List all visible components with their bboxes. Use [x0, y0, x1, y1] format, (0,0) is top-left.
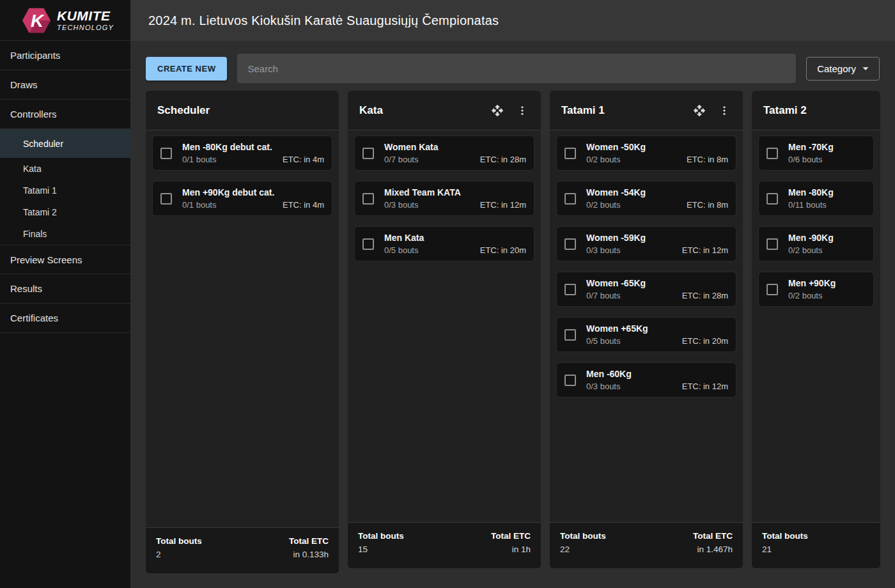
category-card-mixed-team-kata[interactable]: Mixed Team KATA 0/3 bouts ETC: in 12m [354, 181, 534, 216]
sidebar-item-label: Tatami 2 [23, 207, 57, 217]
sidebar-item-draws[interactable]: Draws [0, 70, 130, 100]
category-card-women-65kg[interactable]: Women -65Kg 0/7 bouts ETC: in 28m [556, 272, 736, 307]
card-subrow: 0/3 bouts ETC: in 12m [586, 245, 728, 255]
category-card-men-80kg-debut-cat[interactable]: Men -80Kg debut cat. 0/1 bouts ETC: in 4… [152, 135, 332, 171]
card-checkbox[interactable] [564, 375, 576, 386]
app-window: K KUMITE TECHNOLOGY Participants Draws C… [0, 0, 895, 588]
card-checkbox[interactable] [564, 148, 576, 159]
sidebar-item-certificates[interactable]: Certificates [0, 304, 130, 333]
card-body: Men +90Kg debut cat. 0/1 bouts ETC: in 4… [182, 187, 324, 210]
card-subrow: 0/3 bouts ETC: in 12m [384, 200, 526, 210]
total-bouts-block: Total bouts 22 [560, 531, 606, 560]
total-bouts-label: Total bouts [358, 531, 404, 541]
category-card-list: Men -80Kg debut cat. 0/1 bouts ETC: in 4… [146, 130, 339, 527]
card-subrow: 0/7 bouts ETC: in 28m [384, 155, 526, 164]
svg-text:K: K [31, 10, 45, 30]
toolbar: CREATE NEW Category [146, 54, 880, 83]
total-etc-label: Total ETC [289, 536, 329, 546]
category-card-women-50kg[interactable]: Women -50Kg 0/2 bouts ETC: in 8m [556, 135, 736, 171]
card-checkbox[interactable] [564, 238, 576, 250]
more-vert-icon[interactable] [515, 104, 529, 118]
category-dropdown-label: Category [817, 63, 856, 74]
category-card-list: Women Kata 0/7 bouts ETC: in 28m Mixed T… [348, 130, 541, 522]
card-checkbox[interactable] [767, 193, 778, 205]
category-card-women-59kg[interactable]: Women -59Kg 0/3 bouts ETC: in 12m [556, 226, 736, 261]
card-bouts-count: 0/7 bouts [384, 155, 480, 164]
card-subrow: 0/2 bouts ETC: in 8m [586, 155, 728, 164]
column-tatami-2: Tatami 2 Men -70Kg 0/6 bouts Men -80Kg 0… [752, 91, 880, 568]
card-bouts-count: 0/5 bouts [384, 245, 480, 255]
card-checkbox[interactable] [362, 238, 374, 250]
total-bouts-value: 2 [156, 550, 202, 559]
card-checkbox[interactable] [564, 329, 576, 341]
category-card-men-60kg[interactable]: Men -60Kg 0/3 bouts ETC: in 12m [556, 362, 736, 398]
category-card-men-70kg[interactable]: Men -70Kg 0/6 bouts [758, 135, 874, 171]
search-input[interactable] [237, 54, 796, 83]
column-tatami-1: Tatami 1 Women -50Kg 0/2 bouts [550, 91, 743, 568]
card-bouts-count: 0/1 bouts [182, 155, 283, 164]
sidebar-item-preview-screens[interactable]: Preview Screens [0, 245, 130, 274]
card-checkbox[interactable] [160, 148, 172, 159]
card-checkbox[interactable] [160, 193, 172, 205]
card-body: Men -80Kg 0/11 bouts [788, 187, 866, 210]
card-checkbox[interactable] [767, 238, 778, 250]
card-subrow: 0/1 bouts ETC: in 4m [182, 155, 324, 164]
sidebar-item-label: Tatami 1 [23, 185, 57, 196]
card-subrow: 0/1 bouts ETC: in 4m [182, 200, 324, 210]
more-vert-icon[interactable] [717, 104, 731, 118]
card-bouts-count: 0/6 bouts [788, 155, 866, 164]
card-checkbox[interactable] [564, 193, 576, 205]
card-body: Women +65Kg 0/5 bouts ETC: in 20m [586, 323, 728, 346]
sidebar-item-finals[interactable]: Finals [0, 223, 130, 245]
card-checkbox[interactable] [564, 284, 576, 295]
total-etc-block: Total ETC in 1.467h [693, 531, 733, 560]
card-body: Men -70Kg 0/6 bouts [788, 142, 866, 164]
category-card-women-54kg[interactable]: Women -54Kg 0/2 bouts ETC: in 8m [556, 181, 736, 216]
card-bouts-count: 0/7 bouts [586, 291, 682, 300]
sidebar-item-scheduler[interactable]: Scheduler [0, 129, 130, 158]
category-card-women-65kg[interactable]: Women +65Kg 0/5 bouts ETC: in 20m [556, 317, 736, 352]
card-checkbox[interactable] [362, 193, 374, 205]
card-checkbox[interactable] [767, 148, 778, 159]
sidebar-item-kata[interactable]: Kata [0, 158, 130, 180]
total-etc-value: in 0.133h [289, 550, 329, 559]
card-etc: ETC: in 12m [682, 245, 728, 255]
category-card-men-90kg-debut-cat[interactable]: Men +90Kg debut cat. 0/1 bouts ETC: in 4… [152, 181, 332, 216]
card-title: Men -60Kg [586, 369, 728, 379]
card-bouts-count: 0/5 bouts [586, 336, 682, 346]
category-card-men-90kg[interactable]: Men +90Kg 0/2 bouts [758, 272, 874, 307]
card-checkbox[interactable] [767, 284, 778, 295]
category-dropdown-button[interactable]: Category [806, 57, 880, 81]
brand-text: KUMITE TECHNOLOGY [57, 9, 114, 31]
category-card-men-kata[interactable]: Men Kata 0/5 bouts ETC: in 20m [354, 226, 534, 261]
sidebar-item-participants[interactable]: Participants [0, 41, 130, 70]
sidebar-item-tatami-2[interactable]: Tatami 2 [0, 201, 130, 223]
sidebar-item-label: Participants [10, 50, 60, 61]
drag-move-icon[interactable] [490, 103, 505, 118]
sidebar-item-label: Preview Screens [10, 254, 82, 265]
total-etc-label: Total ETC [491, 531, 531, 541]
card-bouts-count: 0/2 bouts [788, 245, 866, 255]
drag-move-icon[interactable] [692, 103, 707, 118]
card-subrow: 0/6 bouts [788, 155, 866, 164]
card-etc: ETC: in 8m [687, 155, 728, 164]
total-bouts-label: Total bouts [560, 531, 606, 541]
sidebar-item-label: Kata [23, 164, 42, 174]
sidebar-item-tatami-1[interactable]: Tatami 1 [0, 180, 130, 201]
card-bouts-count: 0/3 bouts [384, 200, 480, 210]
card-subrow: 0/2 bouts [788, 245, 866, 255]
card-subrow: 0/2 bouts ETC: in 8m [586, 200, 728, 210]
category-card-men-80kg[interactable]: Men -80Kg 0/11 bouts [758, 181, 874, 216]
category-card-men-90kg[interactable]: Men -90Kg 0/2 bouts [758, 226, 874, 261]
card-checkbox[interactable] [362, 148, 374, 159]
card-body: Women -59Kg 0/3 bouts ETC: in 12m [586, 233, 728, 255]
category-card-women-kata[interactable]: Women Kata 0/7 bouts ETC: in 28m [354, 135, 534, 171]
sidebar-item-label: Controllers [10, 109, 57, 120]
sidebar: K KUMITE TECHNOLOGY Participants Draws C… [0, 0, 130, 588]
column-footer: Total bouts 21 [752, 522, 880, 568]
sidebar-item-controllers[interactable]: Controllers [0, 100, 130, 129]
card-subrow: 0/3 bouts ETC: in 12m [586, 382, 728, 391]
create-new-button[interactable]: CREATE NEW [146, 57, 227, 81]
sidebar-item-results[interactable]: Results [0, 274, 130, 304]
scheduler-board: Scheduler Men -80Kg debut cat. 0/1 bouts… [146, 91, 880, 573]
